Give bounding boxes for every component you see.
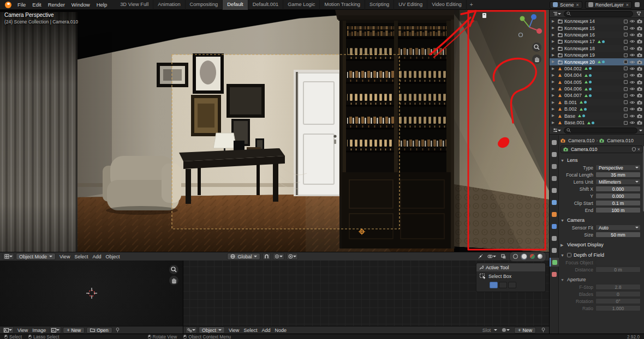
render-layer-selector[interactable]: RenderLayer ×	[585, 1, 632, 9]
disable-render-icon[interactable]	[637, 19, 643, 23]
layer-extra-icon[interactable]	[635, 2, 640, 7]
workspace-tab[interactable]: Video Editing	[427, 0, 467, 10]
properties-tab[interactable]	[550, 258, 559, 267]
workspace-tab[interactable]: Motion Tracking	[320, 0, 365, 10]
disclosure-triangle-icon[interactable]: ▶	[552, 94, 556, 98]
node-editor-menu-item[interactable]: Add	[259, 328, 272, 333]
pin-icon[interactable]	[114, 326, 122, 334]
properties-tab[interactable]	[550, 270, 559, 279]
outliner-row[interactable]: ▶ Коллекция 18	[550, 45, 644, 52]
disable-render-icon[interactable]	[637, 100, 643, 105]
selectable-checkbox[interactable]	[624, 100, 628, 104]
outliner-row[interactable]: ▶ Коллекция 17	[550, 38, 644, 45]
snap-magnet-icon[interactable]	[263, 253, 271, 260]
outliner-item-label[interactable]: Коллекция 16	[564, 32, 595, 38]
image-datablock-icon[interactable]	[50, 326, 61, 334]
outliner-row[interactable]: ▶ Коллекция 15	[550, 25, 644, 31]
outliner-row[interactable]: ▶ 004.006	[550, 86, 644, 92]
outliner-row[interactable]: ▶ 004.002	[550, 65, 644, 72]
disable-render-icon[interactable]	[637, 80, 643, 84]
outliner-row[interactable]: ▶ Base.001	[550, 119, 644, 126]
properties-search-input[interactable]	[564, 128, 637, 134]
selectable-checkbox[interactable]	[624, 60, 628, 64]
disable-render-icon[interactable]	[637, 53, 643, 57]
viewport-render-region[interactable]: Camera Perspective (24) Scene Collection…	[0, 10, 549, 252]
shader-type-dropdown[interactable]: Object	[199, 326, 225, 334]
property-value[interactable]: Millimeters	[595, 179, 641, 185]
disclosure-triangle-icon[interactable]: ▶	[552, 121, 556, 125]
outliner-row[interactable]: ▶ 004.005	[550, 79, 644, 86]
disclosure-triangle-icon[interactable]: ▶	[552, 101, 556, 105]
selectable-checkbox[interactable]	[624, 80, 628, 84]
property-value[interactable]: 100 m	[595, 207, 641, 213]
hide-eye-icon[interactable]	[629, 120, 635, 125]
hide-eye-icon[interactable]	[629, 53, 635, 57]
disclosure-triangle-icon[interactable]: ▶	[552, 60, 556, 64]
selectable-checkbox[interactable]	[624, 53, 628, 57]
property-value[interactable]: 0.000	[595, 193, 641, 199]
render-layer-clear-icon[interactable]: ×	[626, 2, 629, 8]
hide-eye-icon[interactable]	[629, 26, 635, 31]
viewport-3d[interactable]: Camera Perspective (24) Scene Collection…	[0, 10, 549, 261]
shading-solid-icon[interactable]	[522, 254, 527, 259]
scene-selector[interactable]: Scene ×	[550, 1, 582, 9]
material-sphere-icon[interactable]	[500, 326, 511, 334]
disclosure-triangle-icon[interactable]: ▶	[552, 47, 556, 51]
shading-material-icon[interactable]	[530, 254, 535, 259]
menu-item[interactable]: File	[14, 1, 29, 8]
panel-camera-header[interactable]: ▼Camera	[560, 216, 643, 224]
selectable-checkbox[interactable]	[624, 46, 628, 50]
disable-render-icon[interactable]	[637, 46, 643, 51]
outliner-item-label[interactable]: 004.007	[564, 93, 582, 98]
active-tool-panel-header[interactable]: Active Tool	[476, 263, 545, 271]
outliner-item-label[interactable]: Коллекция 15	[564, 26, 595, 31]
open-image-button[interactable]: Open	[86, 327, 112, 334]
hide-eye-icon[interactable]	[629, 39, 635, 44]
pin-icon[interactable]	[539, 326, 547, 334]
menu-item[interactable]: Edit	[29, 1, 44, 8]
hide-eye-icon[interactable]	[629, 100, 635, 105]
image-editor-menu-item[interactable]: View	[15, 328, 30, 333]
property-value[interactable]: Perspective	[595, 165, 641, 171]
hand-icon[interactable]	[169, 276, 178, 285]
editor-image-icon[interactable]	[2, 326, 14, 334]
disable-render-icon[interactable]	[637, 107, 643, 111]
outliner-item-label[interactable]: 004.006	[564, 86, 582, 92]
breadcrumb-object[interactable]: Camera.010	[568, 138, 594, 143]
outliner-item-label[interactable]: 004.002	[564, 66, 582, 71]
hide-eye-icon[interactable]	[629, 46, 635, 51]
breadcrumb-data[interactable]: Camera.010	[607, 138, 633, 143]
selectable-checkbox[interactable]	[624, 107, 628, 111]
disable-render-icon[interactable]	[637, 73, 643, 77]
selectable-checkbox[interactable]	[624, 114, 628, 118]
selectable-checkbox[interactable]	[624, 94, 628, 98]
select-mode-subtract[interactable]	[508, 282, 516, 288]
camera-datablock-field[interactable]: Camera.010 ×	[560, 146, 643, 153]
viewport-menu-item[interactable]: Select	[72, 254, 90, 259]
blender-logo-icon[interactable]	[5, 2, 11, 8]
image-editor[interactable]: ViewImage + New Open	[0, 261, 183, 334]
hide-eye-icon[interactable]	[629, 66, 635, 71]
property-value[interactable]	[595, 259, 641, 265]
select-mode-extend[interactable]	[499, 282, 507, 288]
hand-icon[interactable]	[532, 55, 541, 64]
node-editor-menu-item[interactable]: Node	[272, 328, 289, 333]
slot-dropdown[interactable]: Slot	[482, 328, 491, 333]
workspace-tab[interactable]: Default.001	[248, 0, 284, 10]
properties-tab[interactable]	[550, 234, 559, 243]
transform-orientation-dropdown[interactable]: Global	[227, 253, 260, 260]
workspace-tab[interactable]: Game Logic	[283, 0, 320, 10]
zoom-icon[interactable]	[532, 43, 541, 52]
property-value[interactable]: 0 m	[595, 267, 641, 273]
hide-eye-icon[interactable]	[629, 60, 635, 64]
outliner[interactable]: ▶ Коллекция 14	[550, 10, 644, 126]
hide-eye-icon[interactable]	[629, 19, 635, 23]
outliner-item-label[interactable]: Base.001	[564, 120, 585, 125]
outliner-item-label[interactable]: Base	[564, 113, 575, 119]
workspace-tab[interactable]: Compositing	[186, 0, 223, 10]
node-editor-canvas[interactable]: Active Tool Select Box	[183, 261, 549, 326]
disable-render-icon[interactable]	[637, 26, 643, 31]
disclosure-triangle-icon[interactable]: ▶	[552, 74, 556, 77]
filter-funnel-icon[interactable]	[635, 10, 642, 17]
outliner-row[interactable]: ▶ 004.004	[550, 72, 644, 78]
